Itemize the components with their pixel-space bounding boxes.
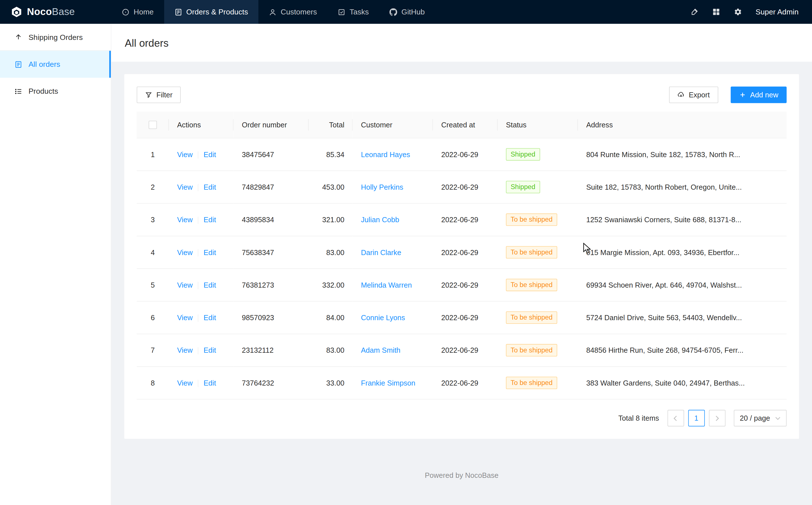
view-link[interactable]: View <box>177 379 193 387</box>
status-badge: To be shipped <box>506 344 557 357</box>
nav-item-orders-products[interactable]: Orders & Products <box>164 0 259 24</box>
total-cell: 85.34 <box>309 138 353 171</box>
total-cell: 83.00 <box>309 236 353 269</box>
customer-link[interactable]: Frankie Simpson <box>361 379 415 387</box>
nav-item-label: Home <box>133 8 154 16</box>
row-index: 2 <box>151 183 155 191</box>
ui-editor-pen-icon[interactable] <box>690 8 699 16</box>
filter-button[interactable]: Filter <box>137 87 181 103</box>
customer-link[interactable]: Melinda Warren <box>361 281 412 289</box>
top-navbar: NocoBase Home Orders & Products Customer… <box>0 0 812 24</box>
plus-icon <box>739 91 746 99</box>
edit-link[interactable]: Edit <box>204 379 216 387</box>
pagination-next-button[interactable] <box>709 410 726 427</box>
plugins-grid-icon[interactable] <box>712 8 720 16</box>
sidebar-item-shipping-orders[interactable]: Shipping Orders <box>0 24 111 51</box>
home-icon <box>122 8 129 16</box>
customer-link[interactable]: Adam Smith <box>361 346 400 354</box>
navbar-right: Super Admin <box>690 0 812 24</box>
order-number-cell: 38475647 <box>233 138 308 171</box>
created-at-cell: 2022-06-29 <box>433 203 498 236</box>
chevron-right-icon <box>714 415 720 421</box>
row-index: 1 <box>151 150 155 159</box>
nav-item-home[interactable]: Home <box>111 0 164 24</box>
row-index: 6 <box>151 314 155 322</box>
table-row: 8 ViewEdit 73764232 33.00 Frankie Simpso… <box>137 367 787 399</box>
add-new-button[interactable]: Add new <box>731 87 787 103</box>
order-file-icon <box>14 60 22 68</box>
status-badge: To be shipped <box>506 312 557 324</box>
table-body: 1 ViewEdit 38475647 85.34 Leonard Hayes … <box>137 138 787 399</box>
user-menu[interactable]: Super Admin <box>755 8 798 16</box>
row-index: 8 <box>151 379 155 387</box>
main-area: All orders Filter Export <box>111 24 812 505</box>
address-cell: 1252 Swaniawski Corners, Suite 688, 8137… <box>578 203 787 236</box>
nav-item-label: Tasks <box>350 8 369 16</box>
table-row: 5 ViewEdit 76381273 332.00 Melinda Warre… <box>137 269 787 302</box>
total-cell: 453.00 <box>309 171 353 203</box>
view-link[interactable]: View <box>177 183 193 191</box>
edit-link[interactable]: Edit <box>204 150 216 159</box>
order-number-cell: 23132112 <box>233 334 308 367</box>
address-cell: 84856 Hirthe Run, Suite 268, 94754-6705,… <box>578 334 787 367</box>
customer-link[interactable]: Holly Perkins <box>361 183 403 191</box>
column-header-status: Status <box>498 112 578 138</box>
action-divider <box>198 315 198 322</box>
page-size-select[interactable]: 20 / page <box>734 410 787 427</box>
action-divider <box>198 151 198 159</box>
view-link[interactable]: View <box>177 346 193 354</box>
created-at-cell: 2022-06-29 <box>433 269 498 302</box>
edit-link[interactable]: Edit <box>204 346 216 354</box>
order-number-cell: 75638347 <box>233 236 308 269</box>
page-header: All orders <box>111 24 812 62</box>
select-all-checkbox[interactable] <box>149 121 157 129</box>
table-header-row: Actions Order number Total Customer Crea… <box>137 112 787 138</box>
edit-link[interactable]: Edit <box>204 248 216 257</box>
pagination-prev-button[interactable] <box>667 410 684 427</box>
total-cell: 84.00 <box>309 302 353 334</box>
chevron-down-icon <box>775 415 780 420</box>
pagination-page-1[interactable]: 1 <box>688 410 705 427</box>
status-badge: Shipped <box>506 181 540 193</box>
order-number-cell: 43895834 <box>233 203 308 236</box>
customer-link[interactable]: Julian Cobb <box>361 216 399 224</box>
row-index: 3 <box>151 216 155 224</box>
column-header-customer: Customer <box>352 112 433 138</box>
nav-item-customers[interactable]: Customers <box>258 0 327 24</box>
order-number-cell: 76381273 <box>233 269 308 302</box>
nocobase-logo[interactable]: NocoBase <box>0 0 111 24</box>
edit-link[interactable]: Edit <box>204 314 216 322</box>
address-cell: 804 Runte Mission, Suite 182, 15783, Nor… <box>578 138 787 171</box>
sidebar-item-products[interactable]: Products <box>0 78 111 105</box>
customer-link[interactable]: Leonard Hayes <box>361 150 410 159</box>
view-link[interactable]: View <box>177 216 193 224</box>
customer-link[interactable]: Darin Clarke <box>361 248 401 257</box>
table-row: 1 ViewEdit 38475647 85.34 Leonard Hayes … <box>137 138 787 171</box>
edit-link[interactable]: Edit <box>204 183 216 191</box>
view-link[interactable]: View <box>177 314 193 322</box>
sidebar-item-label: All orders <box>29 60 60 68</box>
edit-link[interactable]: Edit <box>204 281 216 289</box>
orders-card: Filter Export Add new <box>124 74 799 439</box>
settings-gear-icon[interactable] <box>734 8 742 16</box>
table-row: 7 ViewEdit 23132112 83.00 Adam Smith 202… <box>137 334 787 367</box>
view-link[interactable]: View <box>177 248 193 257</box>
orders-icon <box>174 8 182 16</box>
column-header-order-number: Order number <box>233 112 308 138</box>
sidebar-item-all-orders[interactable]: All orders <box>0 51 111 77</box>
nav-item-github[interactable]: GitHub <box>379 0 435 24</box>
edit-link[interactable]: Edit <box>204 216 216 224</box>
table-toolbar: Filter Export Add new <box>137 87 787 103</box>
row-index: 4 <box>151 248 155 257</box>
action-divider <box>198 217 198 224</box>
nav-item-tasks[interactable]: Tasks <box>327 0 379 24</box>
filter-icon <box>145 91 152 99</box>
export-button[interactable]: Export <box>669 87 718 103</box>
status-badge: To be shipped <box>506 279 557 291</box>
created-at-cell: 2022-06-29 <box>433 302 498 334</box>
customer-link[interactable]: Connie Lyons <box>361 314 405 322</box>
column-header-created-at: Created at <box>433 112 498 138</box>
view-link[interactable]: View <box>177 281 193 289</box>
tasks-icon <box>338 8 345 16</box>
view-link[interactable]: View <box>177 150 193 159</box>
